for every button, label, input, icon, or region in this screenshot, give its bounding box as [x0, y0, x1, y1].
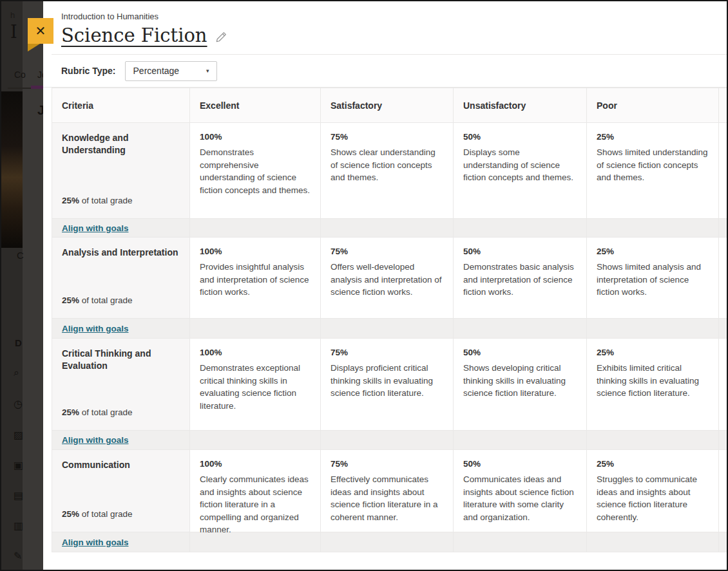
level-cell-cutoff: [719, 123, 728, 219]
level-percent: 50%: [463, 247, 577, 256]
level-cell[interactable]: 75%Effectively communicates ideas and in…: [321, 450, 454, 532]
close-panel-button[interactable]: ✕: [28, 18, 53, 44]
align-goals-spacer: [719, 532, 728, 552]
level-description: Clearly communicates ideas and insights …: [200, 473, 311, 536]
level-description: Demonstrates comprehensive understanding…: [200, 146, 311, 196]
lock-icon: ▣: [14, 459, 23, 471]
column-header-satisfactory: Satisfactory: [321, 88, 454, 123]
criterion-cell[interactable]: Communication 25% of total grade: [52, 450, 190, 532]
align-goals-spacer: [190, 319, 321, 339]
level-percent: 75%: [330, 348, 443, 357]
align-with-goals-link[interactable]: Align with goals: [62, 324, 129, 333]
criterion-name: Communication: [62, 459, 180, 471]
level-percent: 25%: [597, 247, 709, 256]
level-percent: 50%: [463, 132, 577, 142]
rubric-panel: Introduction to Humanities Science Ficti…: [43, 1, 727, 570]
align-with-goals-link[interactable]: Align with goals: [62, 435, 129, 445]
background-heading-fragment: I: [10, 22, 17, 42]
level-cell[interactable]: 25%Shows limited analysis and interpreta…: [587, 238, 719, 319]
document-icon: ▤: [14, 489, 23, 501]
chevron-down-icon: ▾: [206, 68, 209, 74]
level-percent: 25%: [597, 348, 709, 357]
criterion-weight: 25% of total grade: [62, 407, 180, 417]
criterion-cell[interactable]: Knowledge and Understanding 25% of total…: [52, 123, 190, 219]
background-text-fragment: h: [10, 10, 15, 20]
level-cell[interactable]: 25%Exhibits limited critical thinking sk…: [587, 339, 719, 431]
level-percent: 100%: [200, 459, 311, 469]
rubric-type-label: Rubric Type:: [61, 66, 116, 76]
align-goals-spacer: [587, 431, 719, 450]
level-cell[interactable]: 25%Shows limited understanding of scienc…: [587, 123, 719, 219]
align-with-goals-link[interactable]: Align with goals: [62, 223, 129, 233]
level-percent: 75%: [330, 247, 443, 256]
align-goals-cell: Align with goals: [52, 532, 190, 552]
level-cell[interactable]: 100%Demonstrates exceptional critical th…: [190, 339, 321, 431]
level-cell-cutoff: [719, 450, 728, 532]
level-description: Demonstrates exceptional critical thinki…: [200, 362, 311, 412]
level-description: Shows limited understanding of science f…: [597, 146, 709, 184]
align-goals-spacer: [719, 319, 728, 339]
level-cell[interactable]: 100%Clearly communicates ideas and insig…: [190, 450, 321, 532]
background-banner-image: [1, 91, 23, 248]
level-cell[interactable]: 50%Displays some understanding of scienc…: [454, 123, 587, 219]
level-cell[interactable]: 100%Provides insightful analysis and int…: [190, 238, 321, 319]
align-with-goals-link[interactable]: Align with goals: [62, 538, 129, 547]
level-cell[interactable]: 25%Struggles to communicate ideas and in…: [587, 450, 719, 532]
level-cell-cutoff: [719, 339, 728, 431]
level-description: Displays proficient critical thinking sk…: [330, 362, 443, 400]
background-text-fragment: C: [17, 250, 24, 261]
image-icon: ▨: [14, 429, 23, 441]
level-cell[interactable]: 75%Offers well-developed analysis and in…: [321, 238, 454, 319]
level-cell[interactable]: 75%Shows clear understanding of science …: [321, 123, 454, 219]
level-description: Provides insightful analysis and interpr…: [200, 261, 311, 299]
level-percent: 50%: [463, 348, 577, 357]
breadcrumb-course-name: Introduction to Humanities: [61, 12, 727, 21]
background-shade: [1, 1, 23, 570]
background-tab-content: Co: [14, 70, 26, 80]
align-goals-cell: Align with goals: [52, 431, 190, 450]
criterion-cell[interactable]: Analysis and Interpretation 25% of total…: [52, 238, 190, 319]
align-goals-spacer: [190, 532, 321, 552]
level-percent: 75%: [330, 132, 443, 142]
level-description: Shows limited analysis and interpretatio…: [597, 261, 709, 299]
edit-title-icon[interactable]: [216, 31, 227, 42]
level-description: Struggles to communicate ideas and insig…: [597, 473, 709, 523]
criterion-cell[interactable]: Critical Thinking and Evaluation 25% of …: [52, 339, 190, 431]
close-icon: ✕: [35, 23, 46, 39]
panel-header: Introduction to Humanities Science Ficti…: [43, 1, 727, 54]
level-cell[interactable]: 50%Demonstrates basic analysis and inter…: [454, 238, 587, 319]
level-cell[interactable]: 100%Demonstrates comprehensive understan…: [190, 123, 321, 219]
level-description: Displays some understanding of science f…: [463, 146, 577, 184]
rubric-title: Science Fiction: [61, 24, 207, 46]
criterion-weight: 25% of total grade: [62, 196, 180, 205]
level-description: Exhibits limited critical thinking skill…: [597, 362, 709, 400]
align-goals-spacer: [321, 319, 454, 339]
criterion-weight: 25% of total grade: [62, 509, 180, 519]
level-percent: 75%: [330, 459, 443, 469]
clock-icon: ◷: [14, 398, 23, 410]
align-goals-spacer: [321, 532, 454, 552]
level-percent: 25%: [597, 132, 709, 142]
align-goals-spacer: [587, 219, 719, 238]
column-header-cutoff: [719, 88, 728, 123]
level-description: Effectively communicates ideas and insig…: [330, 473, 443, 523]
align-goals-spacer: [454, 532, 587, 552]
rubric-type-select[interactable]: Percentage ▾: [125, 61, 217, 81]
column-header-unsatisfactory: Unsatisfactory: [454, 88, 587, 123]
level-percent: 100%: [200, 132, 311, 142]
align-goals-spacer: [587, 319, 719, 339]
align-goals-spacer: [719, 219, 728, 238]
align-goals-cell: Align with goals: [52, 219, 190, 238]
level-cell[interactable]: 50%Shows developing critical thinking sk…: [454, 339, 587, 431]
pencil-icon: ✎: [14, 550, 22, 562]
rubric-table: Criteria Excellent Satisfactory Unsatisf…: [52, 88, 727, 552]
level-description: Shows clear understanding of science fic…: [330, 146, 443, 184]
level-cell[interactable]: 50%Communicates ideas and insights about…: [454, 450, 587, 532]
level-percent: 25%: [597, 459, 709, 469]
criterion-name: Analysis and Interpretation: [62, 247, 180, 259]
align-goals-spacer: [190, 431, 321, 450]
level-cell[interactable]: 75%Displays proficient critical thinking…: [321, 339, 454, 431]
screenshot-frame: h I Co Jo J C D ⌕ ◷ ▨ ▣ ▤ ▥ ✎ ✕ Introduc…: [0, 0, 728, 571]
align-goals-spacer: [190, 219, 321, 238]
align-goals-spacer: [587, 532, 719, 552]
